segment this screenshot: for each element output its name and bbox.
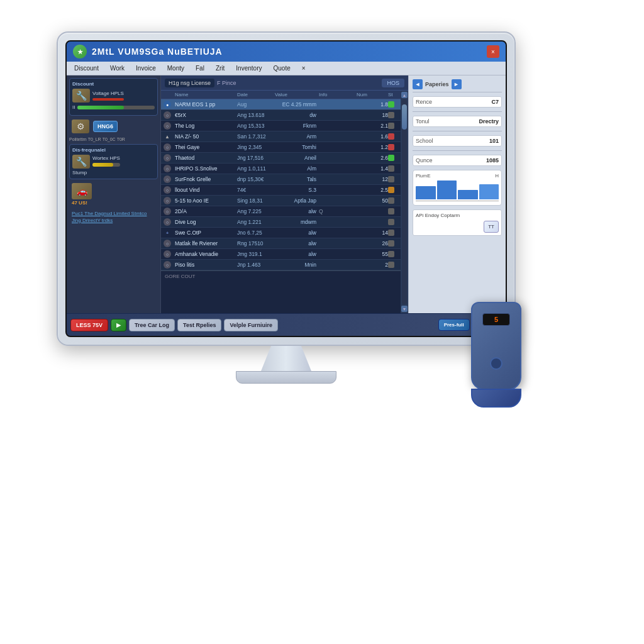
sidebar-section1-title: Discount [72, 81, 155, 87]
row-icon: ○ [164, 143, 171, 151]
table-row[interactable]: ○ Amhanak Venadie Jmg 319.1 alw 55 [161, 249, 401, 260]
row-status [388, 219, 394, 225]
row-value: Tomhi [275, 144, 319, 150]
sidebar-link-2[interactable]: Jing DrirectY trdks [72, 218, 155, 223]
row-name: The Log [175, 123, 237, 129]
menu-discount[interactable]: Discount [69, 64, 104, 73]
chart-container: PlumE H [413, 170, 502, 206]
qunce-label: Qunce [416, 157, 433, 164]
sidebar-label-2b: Stump [72, 170, 155, 176]
row-num: 1.2 [357, 144, 388, 150]
row-icon: ○ [164, 218, 171, 226]
table-row[interactable]: ○ Thaetod Jng 17,516 Aneil 2.6 [161, 153, 401, 164]
table-row[interactable]: ○ IHRIPO S.Snolive Ang 1.0,111 Alm 1.4 [161, 164, 401, 174]
row-date: Ang 7.225 [237, 208, 275, 214]
menu-close[interactable]: × [297, 64, 311, 73]
device-button[interactable] [490, 357, 502, 370]
table-row[interactable]: ▲ NIA Z/- 50 San 1.7,312 Arm 1.6 [161, 131, 401, 142]
table-row[interactable]: ○ Dive Log Ang 1.221 mdwm [161, 217, 401, 228]
table-row[interactable]: ○ SurFnok Grelle dnp 15,30€ Tals 12 [161, 174, 401, 185]
menu-quote[interactable]: Quote [268, 64, 295, 73]
monitor-frame: ★ 2MtL VUM9SGa NuBETIUJA × Discount Work… [57, 31, 516, 346]
table-row[interactable]: ○ Matlak lfe Rviener Rng 17510 alw 26 [161, 238, 401, 249]
row-name: NIA Z/- 50 [175, 133, 237, 140]
row-num: 55 [357, 251, 388, 257]
row-value: alw [275, 251, 319, 257]
rence-value: C7 [491, 99, 499, 105]
right-panel-header: ◄ Paperies ► [413, 79, 502, 92]
tool-4: T0R [117, 137, 125, 142]
divider-2 [413, 131, 502, 131]
tonul-label: Tonul [416, 118, 430, 125]
row-icon: ○ [164, 154, 171, 162]
row-name: Matlak lfe Rviener [175, 240, 237, 247]
menu-invoice[interactable]: Invoice [131, 64, 161, 73]
row-status [388, 240, 394, 247]
row-name: SurFnok Grelle [175, 176, 237, 182]
menu-inventory[interactable]: Inventory [231, 64, 267, 73]
tonul-value: Drectry [479, 118, 499, 125]
table-row[interactable]: ○ The Log Ang 15,313 Fknm 2.1 [161, 121, 401, 131]
menu-zrit[interactable]: Zrit [211, 64, 230, 73]
btn-play[interactable]: ▶ [111, 319, 126, 331]
row-name: NARM EOS 1 pp [175, 101, 237, 108]
table-row[interactable]: ○ Piso litis Jnp 1.463 Mnin 2 [161, 260, 401, 270]
scroll-up-btn[interactable]: ▲ [401, 92, 408, 98]
menu-monty[interactable]: Monty [162, 64, 189, 73]
row-status [388, 123, 394, 129]
table-row[interactable]: ● NARM EOS 1 pp Aug EC 4.25 mmm 1.8 [161, 99, 401, 110]
table-row[interactable]: ○ 5-15 to Aoo IE Sing 18,31 Aptla Jap 50 [161, 196, 401, 206]
scroll-down-btn[interactable]: ▼ [401, 306, 408, 312]
row-date: Rng 17510 [237, 240, 275, 247]
btn-test-rpelies[interactable]: Test Rpelies [177, 319, 221, 331]
menu-fal[interactable]: Fal [191, 64, 209, 73]
btn-velple[interactable]: Velple Furniuire [224, 319, 278, 331]
row-icon: ▲ [164, 133, 171, 140]
row-status [388, 155, 394, 161]
confirm-btn[interactable]: TT [484, 221, 499, 233]
row-value: Tals [275, 176, 319, 182]
row-icon: ○ [164, 122, 171, 130]
table-row[interactable]: ○ lloout Vind 74€ S.3 2.5 [161, 185, 401, 196]
row-num: 2.1 [357, 123, 388, 129]
row-name: Piso litis [175, 262, 237, 268]
table-row[interactable]: ○ Thei Gaye Jing 2,345 Tomhi 1.2 [161, 142, 401, 153]
sidebar-item-1: 🔧 Voltage HPLS [72, 89, 155, 103]
row-status [388, 208, 394, 214]
row-value: alw [275, 208, 319, 214]
row-status [388, 112, 394, 118]
scroll-handle[interactable] [402, 104, 407, 130]
divider-1 [413, 111, 502, 112]
scrollbar[interactable]: ▲ ▼ [401, 91, 408, 313]
row-icon: ○ [164, 186, 171, 194]
row-icon: + [164, 229, 171, 236]
panel-nav-right[interactable]: ► [452, 79, 462, 89]
table-row[interactable]: ○ €5rX Ang 13.618 dw 18 [161, 110, 401, 121]
row-value: Aneil [275, 155, 319, 161]
row-status [388, 133, 394, 140]
btn-tree-car-log[interactable]: Tree Car Log [129, 319, 175, 331]
table-row[interactable]: ○ 2D/A Ang 7.225 alw Q [161, 206, 401, 217]
device-base [471, 389, 521, 408]
table-row[interactable]: + Swe C.OtP Jno 6.7,25 alw 14 [161, 228, 401, 238]
left-sidebar: Discount 🔧 Voltage HPLS II [67, 75, 161, 313]
sidebar-item1-sub: II [72, 104, 75, 111]
row-value: alw [275, 230, 319, 236]
tonul-row: Tonul Drectry [413, 116, 502, 127]
row-name: 2D/A [175, 208, 237, 214]
btn-pres-full[interactable]: Pres-full [438, 319, 470, 331]
row-num: 1.8 [357, 101, 388, 108]
row-value: S.3 [275, 187, 319, 193]
row-date: Jing 2,345 [237, 144, 275, 150]
btn-less[interactable]: LESS 75V [70, 319, 108, 331]
row-icon: ○ [164, 240, 171, 247]
sidebar-highlight: 47 US! [72, 200, 87, 206]
close-button[interactable]: × [487, 45, 499, 58]
scroll-track [402, 99, 407, 304]
row-date: 74€ [237, 187, 275, 193]
menu-work[interactable]: Work [105, 64, 130, 73]
sidebar-link-1[interactable]: Puc1 The Dagnud Limited Stmtco [72, 211, 155, 216]
qunce-row: Qunce 1085 [413, 155, 502, 166]
panel-nav-left[interactable]: ◄ [413, 79, 423, 89]
qunce-value: 1085 [486, 157, 499, 164]
